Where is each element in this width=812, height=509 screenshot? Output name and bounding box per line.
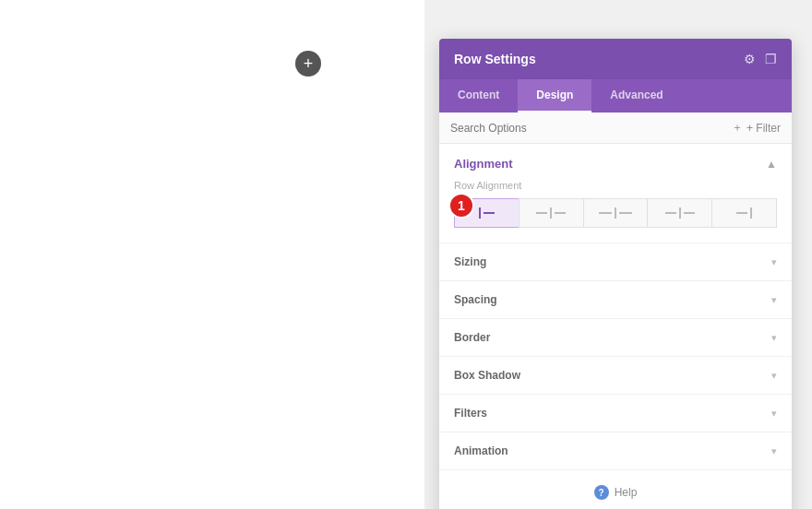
sections: Alignment ▲ Row Alignment 1 (439, 144, 792, 509)
alignment-options-wrapper: 1 (454, 198, 777, 228)
panel-header: Row Settings ⚙ ❐ (439, 39, 792, 79)
alignment-options-row (454, 198, 777, 228)
spacing-label: Spacing (454, 293, 497, 306)
filter-label: + Filter (746, 122, 781, 135)
row-settings-panel: Row Settings ⚙ ❐ Content Design Advanced… (439, 39, 792, 509)
alignment-section: Alignment ▲ Row Alignment 1 (439, 144, 792, 243)
tab-advanced[interactable]: Advanced (591, 79, 681, 112)
sizing-chevron-icon: ▾ (771, 256, 777, 268)
tab-content[interactable]: Content (439, 79, 518, 112)
add-section-button[interactable]: + (295, 51, 321, 77)
border-section[interactable]: Border ▾ (439, 319, 792, 357)
settings-icon[interactable]: ⚙ (744, 52, 756, 66)
align-option-right[interactable] (711, 198, 777, 228)
box-shadow-section[interactable]: Box Shadow ▾ (439, 357, 792, 395)
spacing-section[interactable]: Spacing ▾ (439, 281, 792, 319)
filters-section[interactable]: Filters ▾ (439, 395, 792, 432)
filters-label: Filters (454, 407, 487, 420)
filter-button[interactable]: ＋ + Filter (732, 120, 781, 136)
alignment-chevron-up-icon: ▲ (766, 158, 777, 171)
animation-section[interactable]: Animation ▾ (439, 432, 792, 470)
filters-chevron-icon: ▾ (771, 408, 777, 420)
border-label: Border (454, 331, 490, 344)
sizing-label: Sizing (454, 255, 486, 268)
panel-title: Row Settings (454, 52, 536, 66)
help-icon: ? (594, 485, 609, 500)
alignment-section-label: Alignment (454, 157, 513, 171)
box-shadow-chevron-icon: ▾ (771, 370, 777, 382)
tabs-bar: Content Design Advanced (439, 79, 792, 112)
step-badge-1: 1 (448, 193, 474, 219)
align-option-center[interactable] (583, 198, 648, 228)
search-input[interactable] (450, 122, 732, 135)
box-shadow-label: Box Shadow (454, 369, 520, 382)
tab-design[interactable]: Design (518, 79, 591, 112)
expand-icon[interactable]: ❐ (765, 52, 777, 66)
alignment-section-header[interactable]: Alignment ▲ (439, 144, 792, 180)
plus-icon: + (304, 55, 314, 72)
border-chevron-icon: ▾ (771, 332, 777, 344)
sizing-section[interactable]: Sizing ▾ (439, 243, 792, 281)
help-label: Help (615, 486, 638, 499)
alignment-field-label: Row Alignment (454, 180, 777, 191)
align-option-center-right[interactable] (647, 198, 711, 228)
spacing-chevron-icon: ▾ (771, 294, 777, 306)
panel-header-icons: ⚙ ❐ (744, 52, 777, 66)
animation-chevron-icon: ▾ (771, 445, 777, 457)
animation-label: Animation (454, 444, 508, 457)
alignment-section-body: Row Alignment 1 (439, 180, 792, 243)
canvas-area: + (0, 0, 424, 509)
align-option-center-left[interactable] (519, 198, 583, 228)
search-bar: ＋ + Filter (439, 112, 792, 144)
filter-icon: ＋ (732, 120, 743, 136)
help-section: ? Help (439, 470, 792, 509)
